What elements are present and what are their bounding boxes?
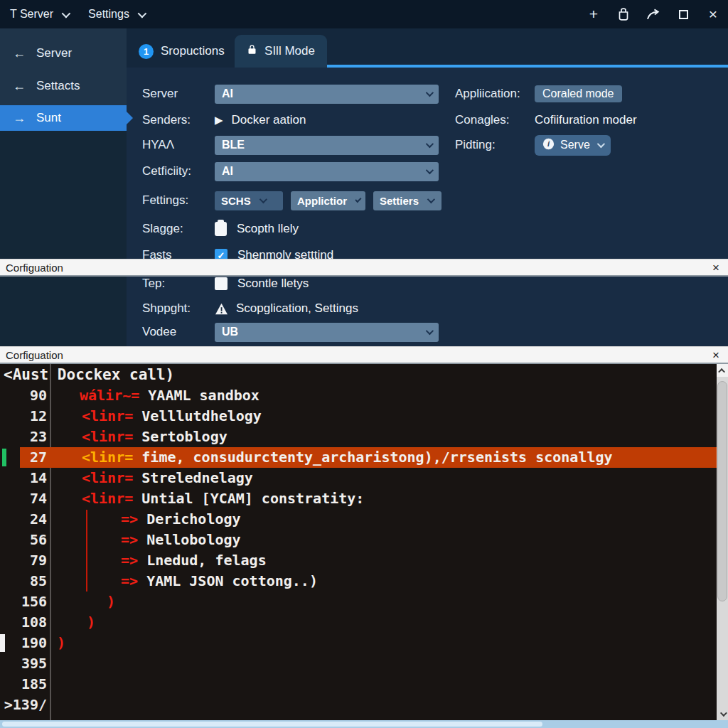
- code-line: >139/: [0, 695, 717, 715]
- bag-icon[interactable]: [609, 0, 638, 28]
- form-row-vodee: VodeeUB: [142, 322, 439, 342]
- code-token: =>: [121, 552, 146, 569]
- checkbox-unchecked[interactable]: [215, 277, 228, 290]
- code-line: 156): [0, 592, 717, 612]
- close-icon[interactable]: ×: [698, 0, 728, 28]
- code-line: 74<linr= Untial [YCAM] constratity:: [0, 488, 717, 509]
- editor-header-line: <Aust Docckex call): [4, 365, 174, 385]
- serve-button[interactable]: iServe: [535, 135, 611, 156]
- vertical-scrollbar[interactable]: [717, 364, 728, 720]
- code-token: Untial [YCAM] constratity:: [141, 490, 364, 507]
- code-line: 79=> Lnedud, felags: [0, 550, 717, 571]
- dropdown-select[interactable]: SCHS: [215, 191, 283, 210]
- active-line-marker: [2, 449, 6, 466]
- tab-sill-mode[interactable]: SIll Mode: [235, 35, 327, 68]
- tab-badge: 1: [139, 44, 154, 59]
- line-number: 14: [0, 468, 47, 488]
- scroll-up-icon[interactable]: [717, 364, 728, 377]
- form-row-conagles: Conagles:Cofiifuration moder: [455, 110, 637, 130]
- form-row-fettings: Fettings:SCHSApplictiorSettiers: [142, 191, 449, 210]
- code-line: 24=> Derichology: [0, 509, 717, 530]
- dropdown-select[interactable]: Applictior: [291, 191, 365, 210]
- code-token: =>: [121, 531, 146, 548]
- code-token: Sertoblogy: [141, 428, 227, 445]
- code-line: 108): [0, 612, 717, 633]
- field-label: Vodee: [142, 325, 215, 339]
- menu-server-label: T Server: [10, 8, 53, 21]
- form-row-tep: Tep:Scontle lletys: [142, 274, 309, 294]
- form-row-cetficiity: Cetficiity:AI: [142, 161, 439, 181]
- maximize-icon[interactable]: [668, 0, 698, 28]
- dropdown-select[interactable]: AI: [215, 162, 439, 181]
- selected-value: AI: [222, 165, 233, 178]
- line-number: 85: [0, 571, 47, 592]
- line-number: 185: [0, 674, 47, 695]
- scrollbar-thumb[interactable]: [2, 722, 542, 727]
- sidebar-item-settacts[interactable]: ←Settacts: [0, 73, 127, 99]
- code-token: Nellobology: [146, 531, 240, 548]
- sidebar-item-label: Server: [36, 46, 72, 60]
- configuration-panel-bar[interactable]: Corfiguation ×: [0, 346, 728, 364]
- code-token: Lnedud, felags: [146, 552, 267, 569]
- selected-value: Settiers: [380, 195, 419, 207]
- chevron-down-icon: [426, 166, 434, 174]
- code-text: => Nellobology: [51, 530, 717, 550]
- line-number: 90: [0, 385, 47, 406]
- main-panel: 1SropuctionsSIll Mode ServerAISenders:▶D…: [127, 28, 728, 346]
- window-controls: + ×: [579, 0, 728, 28]
- panel-title: Corfiguation: [6, 262, 63, 274]
- chevron-down-icon: [426, 89, 434, 97]
- tab-sropuctions[interactable]: 1Sropuctions: [139, 35, 225, 68]
- lock-icon: [247, 44, 257, 58]
- code-token: Derichology: [146, 510, 240, 528]
- code-token: ): [57, 634, 65, 651]
- line-number: 190: [0, 633, 47, 653]
- close-icon[interactable]: ×: [712, 262, 719, 274]
- code-line: 56=> Nellobology: [0, 530, 717, 550]
- code-token: fime, consudurctenty_archaristong),/rrse…: [141, 449, 612, 466]
- menu-settings[interactable]: Settings: [78, 0, 154, 28]
- line-number: 156: [0, 592, 47, 612]
- dropdown-select[interactable]: AI: [215, 85, 439, 104]
- horizontal-scrollbar[interactable]: [0, 720, 728, 728]
- value-chip: Coraled mode: [535, 85, 622, 102]
- code-token: YAAML sandbox: [148, 387, 259, 404]
- clipboard-icon[interactable]: [215, 222, 227, 236]
- code-token: ): [107, 593, 115, 610]
- dropdown-select[interactable]: BLE: [215, 136, 439, 155]
- field-label: Cetficiity:: [142, 164, 215, 178]
- app-window: T Server Settings + × ←Server←Settacts→S…: [0, 0, 728, 728]
- dropdown-select[interactable]: UB: [215, 323, 439, 342]
- code-text: => YAML JSON cottong..): [51, 571, 717, 592]
- code-text: => Derichology: [51, 509, 717, 530]
- sidebar-item-label: Sunt: [36, 111, 61, 125]
- code-text: ): [51, 633, 717, 653]
- selected-value: SCHS: [221, 195, 251, 207]
- arrow-left-icon: ←: [13, 79, 26, 94]
- selected-value: Applictior: [297, 195, 347, 207]
- code-token: wálir~=: [80, 387, 148, 404]
- configuration-panel-bar[interactable]: Corfiguation ×: [0, 259, 728, 277]
- panel-title: Corfiguation: [6, 349, 63, 361]
- menu-server[interactable]: T Server: [0, 0, 78, 28]
- field-label: Slagge:: [142, 222, 215, 236]
- code-line: 14<linr= Strelednelagy: [0, 468, 717, 488]
- scrollbar-thumb[interactable]: [717, 381, 727, 601]
- line-number: 108: [0, 612, 47, 633]
- code-editor[interactable]: <Aust Docckex call) 90wálir~= YAAML sand…: [0, 364, 728, 720]
- close-icon[interactable]: ×: [712, 349, 719, 361]
- code-token: <linr=: [82, 428, 141, 445]
- chevron-down-icon: [355, 196, 361, 203]
- button-label: Serve: [560, 139, 590, 151]
- arrow-left-icon: ←: [13, 46, 26, 61]
- scroll-down-icon[interactable]: [717, 709, 728, 719]
- plus-icon[interactable]: +: [579, 0, 609, 28]
- sidebar-item-sunt[interactable]: →Sunt: [0, 105, 127, 131]
- sidebar-item-server[interactable]: ←Server: [0, 41, 127, 66]
- dropdown-select[interactable]: Settiers: [373, 191, 441, 210]
- code-token: <linr=: [82, 449, 141, 466]
- tab-label: SIll Mode: [264, 44, 315, 58]
- redo-arrow-icon[interactable]: [638, 0, 668, 28]
- selected-value: AI: [222, 87, 233, 100]
- code-text: ): [51, 592, 717, 612]
